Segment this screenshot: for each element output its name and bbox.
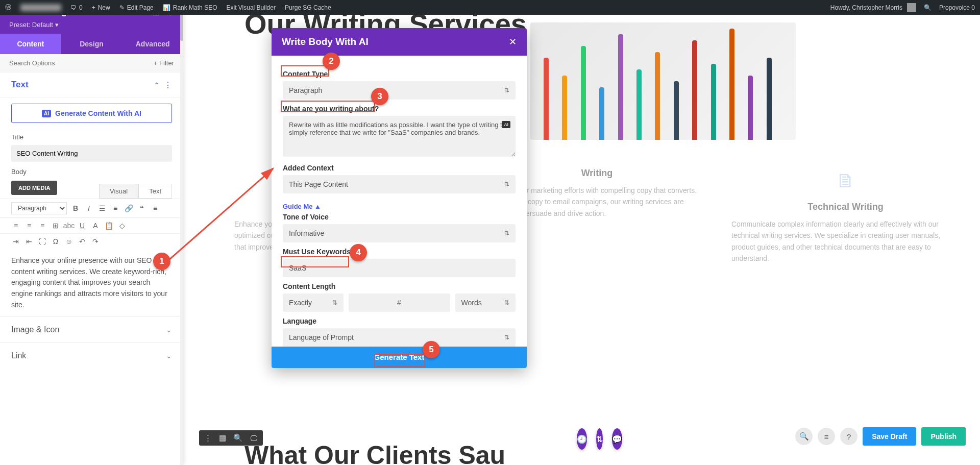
- layers-button[interactable]: ≡: [818, 428, 835, 445]
- strike-icon[interactable]: abc: [64, 221, 74, 230]
- quote-icon[interactable]: ❝: [137, 204, 146, 213]
- chevron-down-icon: ⌄: [166, 352, 172, 360]
- section-link-toggle[interactable]: Link ⌄: [0, 342, 183, 369]
- guide-me-toggle[interactable]: Guide Me ▲: [283, 203, 321, 210]
- added-context-select[interactable]: This Page Content: [283, 175, 516, 193]
- ai-icon: AI: [42, 110, 51, 117]
- close-icon[interactable]: ✕: [509, 36, 517, 47]
- format-select[interactable]: Paragraph: [11, 202, 67, 214]
- italic-icon[interactable]: I: [84, 204, 93, 213]
- section-text-toggle[interactable]: Text ⌃⋮: [11, 80, 172, 90]
- wp-admin-bar: ⓦ 🗨 0 + New ✎ Edit Page 📊 Rank Math SEO …: [0, 0, 980, 15]
- align-center-icon[interactable]: ≡: [24, 221, 34, 230]
- chevron-up-icon: ⌃: [154, 81, 160, 89]
- purge-cache-link[interactable]: Purge SG Cache: [285, 4, 331, 11]
- length-unit-select[interactable]: Words: [455, 293, 516, 312]
- fab-chat[interactable]: 💬: [612, 428, 622, 450]
- keywords-input[interactable]: [283, 259, 516, 277]
- site-name[interactable]: [20, 4, 61, 11]
- save-draft-button[interactable]: Save Draft: [863, 427, 916, 446]
- preset-selector[interactable]: Preset: Default ▾: [0, 21, 183, 34]
- language-select[interactable]: Language of Prompt: [283, 328, 516, 347]
- fab-history[interactable]: 🕘: [577, 428, 587, 450]
- generate-bar[interactable]: Generate Text: [272, 347, 527, 368]
- bottom-right-actions: 🔍 ≡ ? Save Draft Publish: [795, 427, 966, 446]
- writing-about-label: What are you writing about?: [283, 105, 516, 113]
- table-icon[interactable]: ⊞: [51, 221, 60, 230]
- ol-icon[interactable]: ≡: [111, 204, 120, 213]
- title-label: Title: [0, 129, 183, 143]
- undo-icon[interactable]: ↶: [78, 237, 87, 246]
- search-options-input[interactable]: [9, 59, 154, 67]
- vb-toolbar: ⋮ ▦ 🔍 🖵: [199, 430, 263, 446]
- tone-select[interactable]: Informative: [283, 224, 516, 242]
- indent-icon[interactable]: ⇥: [11, 237, 20, 246]
- tone-label: Tone of Voice: [283, 213, 516, 221]
- special-char-icon[interactable]: Ω: [51, 237, 60, 246]
- writing-about-textarea[interactable]: Rewrite with as little modifications as …: [283, 116, 516, 157]
- align-icon[interactable]: ≡: [151, 204, 160, 213]
- ul-icon[interactable]: ☰: [97, 204, 107, 213]
- howdy-user[interactable]: Howdy, Christopher Morris: [830, 3, 916, 12]
- search-button[interactable]: 🔍: [795, 428, 813, 445]
- wp-logo-icon[interactable]: ⓦ: [5, 3, 11, 12]
- section-text-title: Text: [11, 80, 29, 90]
- content-length-label: Content Length: [283, 282, 516, 290]
- vb-wireframe-icon[interactable]: ▦: [219, 433, 226, 443]
- ai-badge-icon[interactable]: AI: [502, 121, 510, 128]
- clear-icon[interactable]: ◇: [117, 221, 127, 230]
- keywords-label: Must Use Keywords: [283, 248, 516, 256]
- editor-tab-visual[interactable]: Visual: [99, 184, 138, 199]
- align-right-icon[interactable]: ≡: [38, 221, 47, 230]
- add-media-button[interactable]: ADD MEDIA: [11, 181, 57, 195]
- underline-icon[interactable]: U: [78, 221, 87, 230]
- callout-3: 3: [371, 88, 388, 105]
- filter-button[interactable]: + Filter: [154, 59, 174, 67]
- comments-link[interactable]: 🗨 0: [70, 4, 83, 11]
- tab-advanced[interactable]: Advanced: [122, 34, 183, 54]
- editor-toolbar: Paragraph B I ☰ ≡ 🔗 ❝ ≡: [0, 199, 183, 217]
- search-icon[interactable]: 🔍: [924, 4, 932, 11]
- bold-icon[interactable]: B: [71, 204, 80, 213]
- body-label: Body: [0, 164, 183, 178]
- emoji-icon[interactable]: ☺: [64, 237, 74, 246]
- redo-icon[interactable]: ↷: [91, 237, 100, 246]
- rank-math-link[interactable]: 📊 Rank Math SEO: [163, 4, 217, 11]
- exit-vb-link[interactable]: Exit Visual Builder: [226, 4, 276, 11]
- ai-modal: Write Body With AI ✕ Content Type Paragr…: [272, 28, 527, 368]
- new-link[interactable]: + New: [92, 4, 110, 11]
- publish-button[interactable]: Publish: [921, 427, 966, 446]
- options-icon[interactable]: ⋮: [164, 81, 172, 89]
- align-left-icon[interactable]: ≡: [11, 221, 20, 230]
- settings-sidebar: Blurb Settings ⛶ ◧ ⋮ Preset: Default ▾ C…: [0, 0, 183, 465]
- service-card: 🗎 Technical Writing Communicate complex …: [731, 168, 960, 264]
- title-input[interactable]: [11, 145, 172, 162]
- chevron-down-icon: ⌄: [166, 326, 172, 334]
- edit-page-link[interactable]: ✎ Edit Page: [119, 4, 154, 11]
- tab-design[interactable]: Design: [61, 34, 122, 54]
- paste-icon[interactable]: 📋: [104, 221, 113, 230]
- generate-text-button[interactable]: Generate Text: [374, 353, 425, 361]
- tab-content[interactable]: Content: [0, 34, 61, 54]
- generate-content-ai-button[interactable]: AI Generate Content With AI: [11, 104, 172, 123]
- help-button[interactable]: ?: [840, 428, 857, 445]
- text-color-icon[interactable]: A: [91, 221, 100, 230]
- modal-title: Write Body With AI: [282, 36, 369, 47]
- sidebar-scrollbar[interactable]: [180, 0, 183, 465]
- link-icon[interactable]: 🔗: [124, 204, 133, 213]
- vb-zoom-icon[interactable]: 🔍: [233, 433, 243, 443]
- vb-menu-icon[interactable]: ⋮: [204, 433, 212, 443]
- comments-count: 0: [79, 4, 83, 11]
- propovoice-link[interactable]: Propovoice 0: [939, 4, 975, 11]
- fullscreen-icon[interactable]: ⛶: [38, 237, 47, 246]
- outdent-icon[interactable]: ⇤: [24, 237, 34, 246]
- section-image-icon-toggle[interactable]: Image & Icon ⌄: [0, 316, 183, 342]
- fab-swap[interactable]: ⇅: [596, 428, 603, 450]
- callout-4: 4: [350, 244, 367, 261]
- hero-image: [530, 22, 796, 140]
- length-mode-select[interactable]: Exactly: [283, 293, 344, 312]
- editor-tab-text[interactable]: Text: [138, 184, 172, 199]
- content-type-select[interactable]: Paragraph: [283, 81, 516, 100]
- length-number-input[interactable]: [349, 293, 450, 312]
- vb-desktop-icon[interactable]: 🖵: [250, 434, 258, 443]
